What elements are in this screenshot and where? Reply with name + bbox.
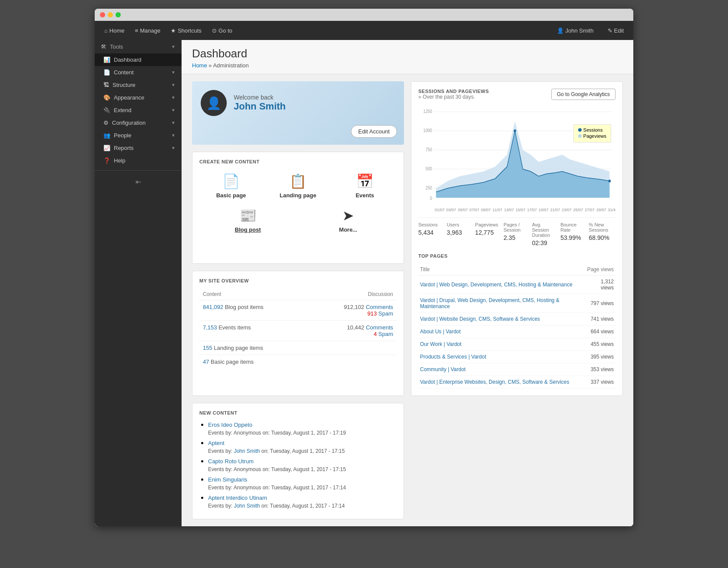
breadcrumb-home[interactable]: Home [192,62,207,69]
content-type-basic-page[interactable]: 📄 Basic page [199,169,263,202]
dashboard-icon: 📊 [103,56,110,63]
site-overview-title: MY SITE OVERVIEW [199,278,397,283]
people-icon: 👥 [103,132,110,139]
content-type-landing-page[interactable]: 📋 Landing page [266,169,330,202]
basic-page-icon: 📄 [222,173,240,189]
analytics-title: SESSIONS AND PAGEVIEWS [418,89,489,94]
edit-account-button[interactable]: Edit Account [351,125,397,138]
top-pages-title: TOP PAGES [418,253,615,259]
sidebar-item-label-reports: Reports [114,145,134,151]
nav-goto-label: Go to [218,27,232,34]
table-row: 841,092 Blog post items 912,102 Comments… [199,300,397,321]
top-pages-section: TOP PAGES Title Page views Vardot | Web … [418,253,615,389]
content-type-more[interactable]: ➤ More... [300,204,397,236]
nav-edit[interactable]: ✎ Edit [603,25,628,37]
sidebar-collapse-button[interactable]: ⇤ [95,174,182,189]
new-content-panel: NEW CONTENT Eros Ideo Oppeto Events by: … [192,403,404,519]
stat-bounce-rate: Bounce Rate 53.99% [560,222,587,246]
content-type-events[interactable]: 📅 Events [333,169,397,202]
stat-pageviews-label: Pageviews [475,222,502,227]
stat-bounce-rate-label: Bounce Rate [560,222,587,233]
sidebar-tools-section[interactable]: 🛠 Tools ▼ [95,40,182,53]
blog-post-icon: 📰 [239,207,257,224]
chevron-right-icon-3: ▼ [171,95,175,100]
sidebar-item-content[interactable]: 📄 Content ▼ [95,66,182,79]
nav-manage-label: Manage [140,27,160,34]
stat-avg-duration-label: Avg. Session Duration [532,222,559,238]
nav-edit-label: Edit [614,27,624,34]
landing-page-icon: 📋 [289,173,307,189]
chevron-right-icon-6: ▼ [171,133,175,138]
nav-shortcuts-label: Shortcuts [178,27,202,34]
tools-icon: 🛠 [101,43,106,50]
content-type-blog-post[interactable]: 📰 Blog post [199,204,296,236]
sidebar-item-label-structure: Structure [113,82,136,88]
table-row: About Us | Vardot 664 views [418,326,615,338]
user-icon: 👤 [557,27,564,34]
overview-table: Content Discussion 841,092 Blog post ite… [199,289,397,369]
analytics-header: SESSIONS AND PAGEVIEWS » Over the past 3… [418,89,615,105]
new-content-title: NEW CONTENT [199,410,397,415]
create-content-panel: CREATE NEW CONTENT 📄 Basic page 📋 Landin… [192,152,404,264]
stat-new-sessions-value: 68.90% [589,234,615,241]
sidebar-item-help[interactable]: ❓ Help [95,154,182,167]
table-row: 7,153 Events items 10,442 Comments 4 Spa… [199,321,397,341]
svg-text:250: 250 [426,185,432,190]
nav-home[interactable]: ⌂ Home [100,25,129,37]
nav-goto[interactable]: ⊙ Go to [208,25,237,37]
chart-legend: Sessions Pageviews [573,124,611,143]
sidebar-item-configuration[interactable]: ⚙ Configuration ▼ [95,116,182,129]
svg-text:750: 750 [426,147,432,152]
sidebar-item-reports[interactable]: 📈 Reports ▼ [95,142,182,154]
sidebar-divider [95,170,182,171]
chart-x-labels: 01/07 03/07 05/07 07/07 09/07 11/07 13/0… [418,208,615,212]
minimize-button[interactable] [108,12,113,17]
site-overview-panel: MY SITE OVERVIEW Content Discussion 841,… [192,271,404,396]
sidebar-item-label-content: Content [114,69,134,76]
sidebar: 🛠 Tools ▼ 📊 Dashboard 📄 Content ▼ 🏗 Stru… [95,40,182,526]
table-row: Vardot | Website Design, CMS, Software &… [418,313,615,326]
sidebar-item-dashboard[interactable]: 📊 Dashboard [95,53,182,66]
close-button[interactable] [100,12,105,17]
content-area: 👤 Welcome back John Smith Edit Account [182,74,633,526]
avatar: 👤 [201,90,227,116]
breadcrumb: Home » Administration [192,62,623,69]
table-row: Vardot | Drupal, Web Design, Development… [418,294,615,313]
stat-pages-session: Pages / Session 2.35 [503,222,530,246]
sidebar-item-label-dashboard: Dashboard [114,56,142,63]
top-pages-table: Title Page views Vardot | Web Design, De… [418,264,615,389]
welcome-panel: 👤 Welcome back John Smith Edit Account [192,81,404,145]
nav-shortcuts[interactable]: ★ Shortcuts [166,25,206,37]
nav-user[interactable]: 👤 John Smith [553,25,598,37]
table-row: 155 Landing page items [199,341,397,355]
stat-new-sessions-label: % New Sessions [589,222,615,233]
stat-bounce-rate-value: 53.99% [560,234,587,241]
breadcrumb-current: Administration [213,62,248,69]
sidebar-item-structure[interactable]: 🏗 Structure ▼ [95,79,182,91]
svg-text:1250: 1250 [424,109,433,114]
stat-new-sessions: % New Sessions 68.90% [589,222,615,246]
stat-avg-duration: Avg. Session Duration 02:39 [532,222,559,246]
stat-users-value: 3,963 [447,229,473,236]
svg-text:500: 500 [426,166,432,171]
help-icon: ❓ [103,157,110,164]
events-label: Events [356,192,374,199]
content-icon: 📄 [103,69,110,76]
table-row: Our Work | Vardot 455 views [418,338,615,351]
sidebar-item-people[interactable]: 👥 People ▼ [95,129,182,142]
sessions-legend-label: Sessions [583,127,603,133]
sidebar-item-label-appearance: Appearance [114,94,144,101]
analytics-panel: SESSIONS AND PAGEVIEWS » Over the past 3… [411,81,623,396]
welcome-name: John Smith [234,101,286,112]
svg-text:0: 0 [430,196,432,201]
maximize-button[interactable] [116,12,121,17]
sidebar-item-extend[interactable]: 🔌 Extend ▼ [95,104,182,116]
create-content-title: CREATE NEW CONTENT [199,159,397,164]
stat-pageviews-value: 12,775 [475,229,502,236]
sidebar-item-appearance[interactable]: 🎨 Appearance ▼ [95,91,182,104]
nav-manage[interactable]: ≡ Manage [131,25,165,37]
google-analytics-button[interactable]: Go to Google Analytics [551,89,615,100]
content-types-grid: 📄 Basic page 📋 Landing page 📅 Events [199,169,397,202]
chevron-right-icon-5: ▼ [171,120,175,125]
svg-point-12 [609,179,611,183]
